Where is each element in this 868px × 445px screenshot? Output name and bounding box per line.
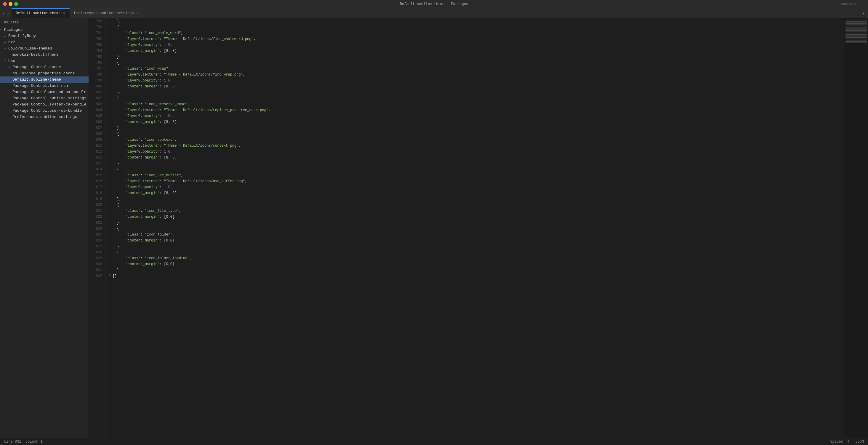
tree-arrow-icon: ▾ xyxy=(0,28,4,32)
tree-item[interactable]: Package Control.user-ca-bundle xyxy=(0,107,89,114)
tree-item[interactable]: Package Control.sublime-settings xyxy=(0,95,89,101)
line-number: 794 xyxy=(89,48,105,54)
tree-item[interactable]: Package Control.last-run xyxy=(0,83,89,89)
code-line: "class": "icon_context", xyxy=(108,137,844,143)
tree-item[interactable]: ▸BeautifyRuby xyxy=(0,33,89,39)
line-number: 817 xyxy=(89,184,105,190)
minimap-line xyxy=(845,36,867,37)
line-number: 791 xyxy=(89,30,105,36)
tab-prev-button[interactable]: ‹ xyxy=(2,10,6,16)
minimap-line xyxy=(845,35,867,36)
code-line: { xyxy=(108,60,844,66)
code-line: }, xyxy=(108,220,844,226)
tree-item-label: Package Control.cache xyxy=(12,65,89,69)
registration-status: UNREGISTERED xyxy=(841,2,864,6)
tree-item[interactable]: ▾Packages xyxy=(0,27,89,33)
minimap-line xyxy=(845,38,867,39)
minimize-button[interactable] xyxy=(8,2,12,6)
line-number: 815 xyxy=(89,172,105,178)
line-number: 812 xyxy=(89,155,105,161)
tab-close-icon[interactable]: × xyxy=(136,11,138,15)
code-line: "layer0.texture": "Theme - Default/icons… xyxy=(108,178,844,184)
line-number: 804 xyxy=(89,107,105,113)
code-line: { xyxy=(108,95,844,101)
tree-item[interactable]: ▸bz2 xyxy=(0,39,89,45)
minimap-line xyxy=(845,23,867,24)
indentation-info[interactable]: Spaces: 4 xyxy=(830,440,849,444)
tab-nav[interactable]: ‹ › xyxy=(0,10,11,16)
code-line: "content_margin": [8, 8] xyxy=(108,119,844,125)
tree-item[interactable]: Preferences.sublime-settings xyxy=(0,114,89,120)
code-line: "class": "icon_use_buffer", xyxy=(108,172,844,178)
code-line: { xyxy=(108,131,844,137)
line-number: 821 xyxy=(89,208,105,214)
line-number: 814 xyxy=(89,166,105,172)
tab-default-sublime-theme[interactable]: Default.sublime-theme × xyxy=(11,8,70,19)
line-number: 799 xyxy=(89,77,105,84)
tree-arrow-icon: ▾ xyxy=(4,59,8,63)
tree-item-label: monokai-best.tmTheme xyxy=(12,53,89,57)
code-line: }, xyxy=(108,161,844,166)
code-line: "class": "icon_wrap", xyxy=(108,66,844,72)
code-line: "layer0.opacity": 1.0, xyxy=(108,113,844,119)
window-controls[interactable] xyxy=(3,2,18,6)
tree-item[interactable]: Package Control.system-ca-bundle xyxy=(0,101,89,107)
tree-item-label: Package Control.system-ca-bundle xyxy=(12,102,89,107)
tree-item[interactable]: ▾Colorsublime-Themes xyxy=(0,45,89,52)
line-number: 802 xyxy=(89,95,105,101)
maximize-button[interactable] xyxy=(14,2,18,6)
tab-dropdown-button[interactable]: ▾ xyxy=(862,10,868,16)
line-number: 825 xyxy=(89,232,105,237)
tree-item[interactable]: ▸Package Control.cache xyxy=(0,64,89,70)
code-line: "content_margin": [0,0] xyxy=(108,214,844,220)
tree-item[interactable]: Default.sublime-theme xyxy=(0,76,89,83)
minimap[interactable] xyxy=(844,19,868,438)
line-number: 797 xyxy=(89,66,105,72)
tree-item-label: Colorsublime-Themes xyxy=(8,46,89,51)
code-line: "class": "icon_file_type", xyxy=(108,208,844,214)
tab-close-icon[interactable]: × xyxy=(63,11,65,15)
line-number: 829 xyxy=(89,255,105,261)
tree-item-label: bh_unicode_properties.cache xyxy=(12,71,89,75)
close-button[interactable] xyxy=(3,2,7,6)
tree-item[interactable]: Package Control.merged-ca-bundle xyxy=(0,89,89,95)
code-editor[interactable]: }, { "class": "icon_whole_word", "layer0… xyxy=(105,19,844,438)
code-line: "layer0.texture": "Theme - Default/icons… xyxy=(108,72,844,77)
line-number: 795 xyxy=(89,54,105,60)
tree-item-label: Package Control.user-ca-bundle xyxy=(12,108,89,113)
minimap-content xyxy=(844,19,868,44)
line-number: 818 xyxy=(89,190,105,196)
line-number: 808 xyxy=(89,131,105,137)
line-number: 803 xyxy=(89,101,105,107)
line-number: 822 xyxy=(89,214,105,220)
tree-item[interactable]: ▾User xyxy=(0,58,89,64)
line-number: 831 xyxy=(89,267,105,273)
tab-preferences-sublime-settings[interactable]: Preferences.sublime-settings × xyxy=(70,8,143,19)
tab-next-button[interactable]: › xyxy=(6,10,10,16)
line-number: 810 xyxy=(89,143,105,149)
syntax-info[interactable]: JSON xyxy=(855,440,864,444)
tree-item[interactable]: monokai-best.tmTheme xyxy=(0,52,89,58)
line-number: 832 xyxy=(89,273,105,279)
code-line: "content_margin": [8, 8] xyxy=(108,84,844,90)
line-number: 790 xyxy=(89,24,105,30)
tree-item-label: Package Control.last-run xyxy=(12,84,89,88)
code-line: }, xyxy=(108,125,844,131)
line-number: 828 xyxy=(89,250,105,255)
code-line: "layer0.opacity": 1.0, xyxy=(108,42,844,48)
line-number: 827 xyxy=(89,244,105,250)
code-line: } xyxy=(108,267,844,273)
tree-item[interactable]: bh_unicode_properties.cache xyxy=(0,70,89,76)
code-line: "layer0.texture": "Theme - Default/icons… xyxy=(108,36,844,42)
code-line: "content_margin": [0,0] xyxy=(108,237,844,244)
code-line: "content_margin": [8, 8] xyxy=(108,190,844,196)
code-line: }, xyxy=(108,54,844,60)
line-number: 816 xyxy=(89,178,105,184)
line-number: 800 xyxy=(89,84,105,90)
line-number: 830 xyxy=(89,261,105,267)
line-number: 789 xyxy=(89,19,105,24)
code-line: }, xyxy=(108,244,844,250)
code-line: "layer0.opacity": 1.0, xyxy=(108,149,844,155)
minimap-line xyxy=(845,20,867,21)
code-line: { xyxy=(108,202,844,208)
